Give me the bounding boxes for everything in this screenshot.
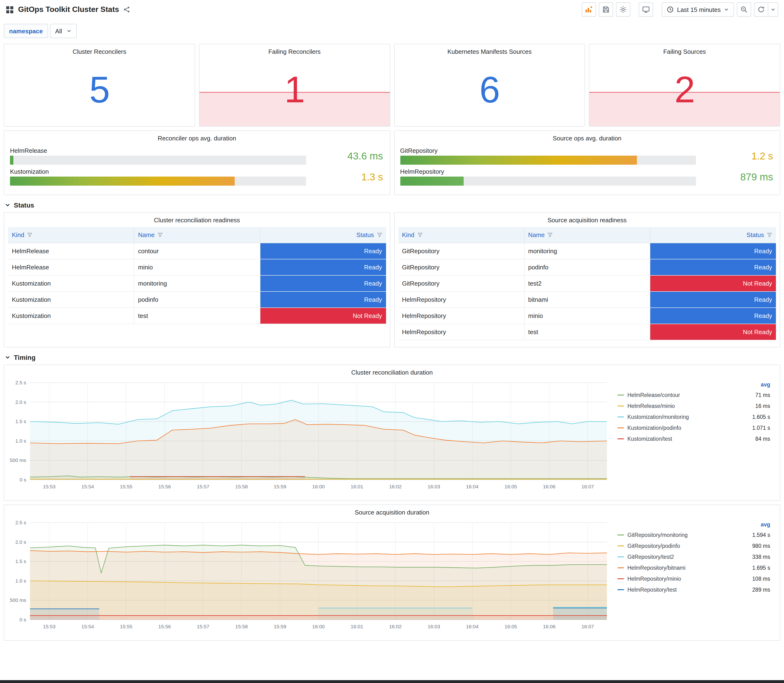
panel-title[interactable]: Cluster reconciliation duration <box>8 367 776 378</box>
legend-series-name[interactable]: GitRepository/test2 <box>627 554 674 560</box>
x-axis-label: 16:02 <box>389 624 402 629</box>
table-row[interactable]: KustomizationmonitoringReady <box>8 275 386 291</box>
column-header-name[interactable]: Name <box>134 227 260 243</box>
chevron-down-icon <box>67 29 72 33</box>
legend-avg-header[interactable]: avg <box>617 520 770 529</box>
series-color-dash <box>617 427 624 428</box>
filter-icon[interactable] <box>547 232 553 237</box>
column-header-status[interactable]: Status <box>650 227 776 243</box>
refresh-interval-dropdown[interactable] <box>768 2 778 17</box>
table-row[interactable]: GitRepositorymonitoringReady <box>398 243 776 259</box>
time-range-label: Last 15 minutes <box>677 6 721 13</box>
section-header-status[interactable]: Status <box>5 201 780 209</box>
cell-kind: HelmRelease <box>8 259 134 275</box>
bargauge-panel: Source ops avg. durationGitRepository1.2… <box>394 130 780 195</box>
column-header-status[interactable]: Status <box>260 227 386 243</box>
x-axis-label: 16:00 <box>312 624 325 629</box>
column-header-label: Kind <box>402 231 414 239</box>
zoom-out-time-button[interactable] <box>737 2 751 17</box>
time-range-picker[interactable]: Last 15 minutes <box>662 2 734 17</box>
bargauge-bar <box>10 176 235 186</box>
status-badge: Ready <box>260 243 386 259</box>
x-axis-label: 16:07 <box>582 484 594 489</box>
x-axis-label: 16:07 <box>582 624 594 629</box>
legend-series-name[interactable]: HelmRepository/test <box>627 587 677 592</box>
filter-icon[interactable] <box>417 232 422 237</box>
share-icon[interactable] <box>123 6 130 13</box>
bargauge-track <box>10 156 306 165</box>
x-axis-label: 16:06 <box>543 624 556 629</box>
dashboard-settings-button[interactable] <box>616 2 630 17</box>
table-row[interactable]: HelmRepositoryminioReady <box>398 308 776 324</box>
table-row[interactable]: HelmRepositorybitnamiReady <box>398 291 776 308</box>
legend-item: HelmRelease/contour71 ms <box>617 390 770 400</box>
legend-item: HelmRepository/bitnami1.695 s <box>617 562 770 573</box>
series-area <box>30 616 607 620</box>
filter-icon[interactable] <box>27 232 32 237</box>
section-header-timing[interactable]: Timing <box>5 354 780 361</box>
legend-avg-header[interactable]: avg <box>617 380 770 390</box>
stat-value: 1 <box>284 53 305 126</box>
legend-series-name[interactable]: HelmRelease/contour <box>627 392 680 398</box>
bargauge-label: HelmRelease <box>10 147 306 156</box>
chevron-down-icon <box>771 7 776 12</box>
add-panel-button[interactable] <box>582 2 596 17</box>
legend-avg-value: 1.594 s <box>752 532 770 537</box>
table-panel: Cluster reconciliation readinessKindName… <box>4 212 390 348</box>
column-header-kind[interactable]: Kind <box>8 227 134 243</box>
status-badge: Ready <box>650 308 776 324</box>
panel-title[interactable]: Cluster reconciliation readiness <box>8 215 386 226</box>
legend-series-name[interactable]: HelmRepository/minio <box>627 576 681 581</box>
chart-canvas[interactable]: 15:5315:5415:5515:5615:5715:5815:5916:00… <box>8 379 612 492</box>
chart-canvas[interactable]: 15:5315:5415:5515:5615:5715:5815:5916:00… <box>8 519 612 632</box>
column-header-label: Kind <box>12 231 24 239</box>
refresh-button[interactable] <box>754 2 768 17</box>
table-row[interactable]: KustomizationtestNot Ready <box>8 308 386 324</box>
panel-title[interactable]: Source acquisition readiness <box>398 215 776 226</box>
cell-name: monitoring <box>524 243 650 259</box>
legend-series-name[interactable]: Kustomization/monitoring <box>627 414 689 420</box>
filter-icon[interactable] <box>377 232 382 237</box>
legend-item: Kustomization/test84 ms <box>617 433 770 444</box>
table-row[interactable]: HelmRepositorytestNot Ready <box>398 324 776 340</box>
panel-title[interactable]: Source ops avg. duration <box>400 133 774 144</box>
x-axis-label: 16:01 <box>351 484 363 489</box>
legend-series-name[interactable]: Kustomization/podinfo <box>627 425 681 431</box>
table-row[interactable]: HelmReleaseminioReady <box>8 259 386 275</box>
legend-series-name[interactable]: GitRepository/podinfo <box>627 543 680 548</box>
y-axis-label: 1.0 s <box>15 578 26 584</box>
legend-series-name[interactable]: HelmRelease/minio <box>627 403 675 409</box>
stat-panel: Failing Reconcilers1 <box>199 44 390 127</box>
save-dashboard-button[interactable] <box>599 2 613 17</box>
table-row[interactable]: GitRepositorytest2Not Ready <box>398 275 776 291</box>
tv-mode-button[interactable] <box>639 2 653 17</box>
series-area <box>553 608 607 620</box>
x-axis-label: 15:59 <box>274 624 286 629</box>
cell-kind: Kustomization <box>8 291 134 308</box>
column-header-name[interactable]: Name <box>524 227 650 243</box>
filter-icon[interactable] <box>767 232 772 237</box>
column-header-kind[interactable]: Kind <box>398 227 524 243</box>
filter-icon[interactable] <box>157 232 163 237</box>
table-row[interactable]: KustomizationpodinfoReady <box>8 291 386 308</box>
variable-value-dropdown[interactable]: All <box>50 24 77 38</box>
section-title: Status <box>14 201 34 209</box>
legend-series-name[interactable]: GitRepository/monitoring <box>627 532 688 537</box>
legend-series-name[interactable]: HelmRepository/bitnami <box>627 565 685 571</box>
table-row[interactable]: HelmReleasecontourReady <box>8 243 386 259</box>
cell-name: minio <box>524 308 650 324</box>
stat-panel: Failing Sources2 <box>589 44 781 127</box>
apps-grid-icon[interactable] <box>6 5 14 14</box>
legend-avg-value: 980 ms <box>752 543 770 548</box>
legend-series-name[interactable]: Kustomization/test <box>627 436 672 441</box>
legend-item: HelmRepository/test289 ms <box>617 584 770 595</box>
bargauge-panel: Reconciler ops avg. durationHelmRelease4… <box>4 130 390 195</box>
panel-title[interactable]: Source acquisition duration <box>8 507 776 518</box>
legend-avg-value: 108 ms <box>752 576 770 581</box>
add-panel-icon <box>585 6 593 13</box>
stat-value: 6 <box>479 53 500 126</box>
table-row[interactable]: GitRepositorypodinfoReady <box>398 259 776 275</box>
column-header-label: Status <box>356 231 374 239</box>
series-color-dash <box>617 438 624 439</box>
panel-title[interactable]: Reconciler ops avg. duration <box>10 133 384 144</box>
